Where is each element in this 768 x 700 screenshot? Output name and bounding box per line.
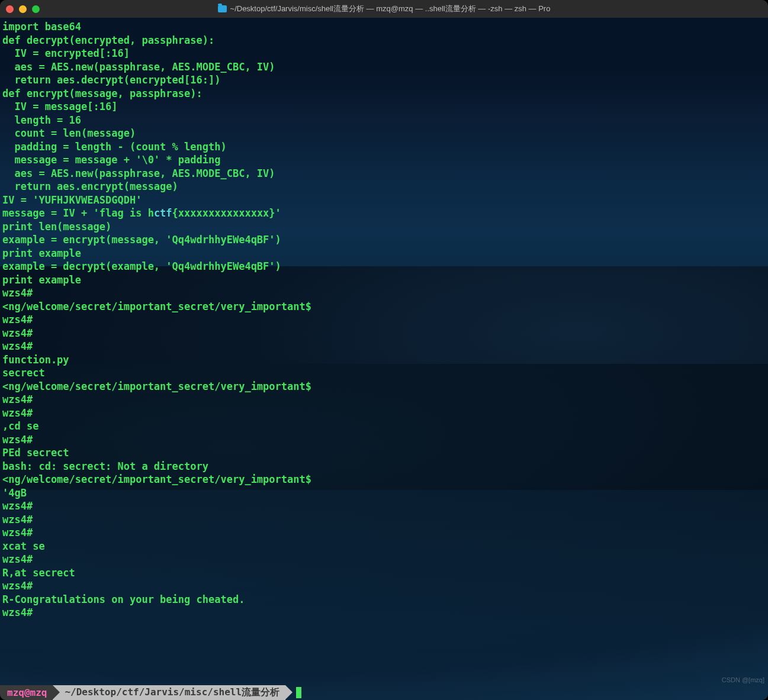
terminal-text: {xxxxxxxxxxxxxxx}' <box>172 207 281 219</box>
status-path-segment: ~/Desktop/ctf/Jarvis/misc/shell流量分析 <box>53 685 285 700</box>
terminal-line: count = len(message) <box>2 127 766 140</box>
terminal-line: example = decrypt(example, 'Qq4wdrhhyEWe… <box>2 260 766 273</box>
terminal-line: wzs4# <box>2 407 766 420</box>
terminal-line: print example <box>2 273 766 287</box>
cursor-icon <box>296 687 301 698</box>
terminal-line: example = encrypt(message, 'Qq4wdrhhyEWe… <box>2 233 766 247</box>
terminal-line: wzs4# <box>2 513 766 527</box>
terminal-line: function.py <box>2 353 766 367</box>
terminal-line: message = IV + 'flag is hctf{xxxxxxxxxxx… <box>2 207 766 220</box>
terminal-text: message = IV + 'flag is h <box>2 207 154 219</box>
terminal-line: bash: cd: secrect: Not a directory <box>2 460 766 473</box>
terminal-line: wzs4# <box>2 340 766 353</box>
window-title: ~/Desktop/ctf/Jarvis/misc/shell流量分析 — mz… <box>0 0 768 18</box>
status-cursor-area[interactable] <box>285 685 768 700</box>
terminal-line: wzs4# <box>2 553 766 566</box>
terminal-line: message = message + '\0' * padding <box>2 153 766 167</box>
terminal-line: wzs4# <box>2 526 766 540</box>
terminal-line: wzs4# <box>2 579 766 593</box>
terminal-line: return aes.encrypt(message) <box>2 180 766 193</box>
statusbar: mzq@mzq ~/Desktop/ctf/Jarvis/misc/shell流… <box>0 685 768 700</box>
folder-icon <box>218 5 227 12</box>
terminal-line: '4gB <box>2 486 766 500</box>
terminal-line: aes = AES.new(passphrase, AES.MODE_CBC, … <box>2 60 766 74</box>
terminal-line: padding = length - (count % length) <box>2 140 766 154</box>
terminal-line: print len(message) <box>2 220 766 234</box>
terminal-line: def decrypt(encrypted, passphrase): <box>2 34 766 47</box>
window-title-text: ~/Desktop/ctf/Jarvis/misc/shell流量分析 — mz… <box>230 4 551 14</box>
terminal-line: IV = 'YUFHJKVWEASDGQDH' <box>2 193 766 207</box>
terminal-line: wzs4# <box>2 606 766 620</box>
terminal-body[interactable]: import base64def decrypt(encrypted, pass… <box>0 18 768 700</box>
terminal-line: length = 16 <box>2 114 766 127</box>
terminal-line: secrect <box>2 366 766 380</box>
terminal-line: PEd secrect <box>2 446 766 460</box>
terminal-line: return aes.decrypt(encrypted[16:]) <box>2 73 766 87</box>
terminal-line: wzs4# <box>2 313 766 327</box>
terminal-line: IV = encrypted[:16] <box>2 47 766 60</box>
status-path: ~/Desktop/ctf/Jarvis/misc/shell流量分析 <box>65 686 279 699</box>
status-user: mzq@mzq <box>7 687 47 698</box>
terminal-line: import base64 <box>2 20 766 34</box>
terminal-line: aes = AES.new(passphrase, AES.MODE_CBC, … <box>2 167 766 180</box>
terminal-line: wzs4# <box>2 393 766 407</box>
terminal-line: def encrypt(message, passphrase): <box>2 87 766 101</box>
terminal-window: ~/Desktop/ctf/Jarvis/misc/shell流量分析 — mz… <box>0 0 768 700</box>
titlebar: ~/Desktop/ctf/Jarvis/misc/shell流量分析 — mz… <box>0 0 768 18</box>
watermark: CSDN @[mzq] <box>722 676 764 683</box>
terminal-line: <ng/welcome/secret/important_secret/very… <box>2 300 766 314</box>
terminal-line: IV = message[:16] <box>2 100 766 114</box>
terminal-line: R-Congratulations on your being cheated. <box>2 593 766 607</box>
terminal-line: wzs4# <box>2 327 766 340</box>
terminal-line: print example <box>2 247 766 260</box>
terminal-line: <ng/welcome/secret/important_secret/very… <box>2 380 766 393</box>
terminal-line: <ng/welcome/secret/important_secret/very… <box>2 473 766 486</box>
status-user-segment: mzq@mzq <box>0 685 53 700</box>
terminal-line: wzs4# <box>2 499 766 513</box>
terminal-line: wzs4# <box>2 433 766 447</box>
terminal-line: wzs4# <box>2 286 766 300</box>
terminal-highlight: ctf <box>154 207 172 219</box>
terminal-line: ,cd se <box>2 420 766 433</box>
terminal-line: xcat se <box>2 540 766 553</box>
terminal-line: R,at secrect <box>2 566 766 580</box>
